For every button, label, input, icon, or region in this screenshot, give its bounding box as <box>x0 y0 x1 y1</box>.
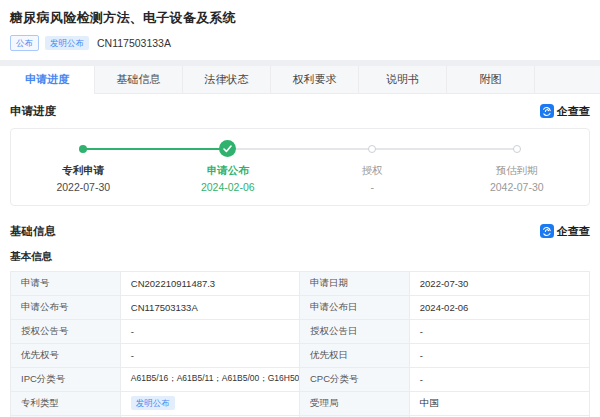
value-badge: 发明公布 <box>131 396 175 410</box>
brand-name: 企查查 <box>557 104 590 119</box>
field-value: - <box>410 368 589 391</box>
step-label: 申请公布 <box>207 164 249 178</box>
tab-6[interactable]: 附图 <box>447 66 535 94</box>
timeline-step: 预估到期2042-07-30 <box>445 139 590 193</box>
field-label: 优先权日 <box>300 344 410 367</box>
table-row: 申请公布号CN117503133A申请公布日2024-02-06 <box>11 296 589 320</box>
field-label: 申请号 <box>11 272 121 295</box>
tab-5[interactable]: 说明书 <box>359 66 447 94</box>
step-date: - <box>371 181 375 193</box>
table-row: 申请号CN202210911487.3申请日期2022-07-30 <box>11 272 589 296</box>
step-label: 预估到期 <box>496 164 538 178</box>
step-date: 2042-07-30 <box>490 181 544 193</box>
field-label: CPC分类号 <box>300 368 410 391</box>
brand-name: 企查查 <box>557 224 590 239</box>
field-value: - <box>121 320 300 343</box>
tab-2[interactable]: 基础信息 <box>95 66 183 94</box>
table-row: 授权公告号-授权公告日- <box>11 320 589 344</box>
field-value: 2024-02-06 <box>410 296 589 319</box>
basic-info-subheading: 基本信息 <box>0 246 600 271</box>
field-value: 中国 <box>410 392 589 415</box>
patent-number: CN117503133A <box>97 37 171 49</box>
status-badge: 公布 <box>10 35 39 51</box>
done-dot-icon <box>79 145 87 153</box>
field-value: - <box>121 344 300 367</box>
progress-section-title: 申请进度 <box>10 104 56 119</box>
check-circle-icon <box>219 140 236 157</box>
tab-4[interactable]: 权利要求 <box>271 66 359 94</box>
field-value: CN117503133A <box>121 296 300 319</box>
tab-3[interactable]: 法律状态 <box>183 66 271 94</box>
timeline-step: 专利申请2022-07-30 <box>11 139 156 193</box>
field-label: IPC分类号 <box>11 368 121 391</box>
step-date: 2022-07-30 <box>56 181 110 193</box>
brand-logo: 企查查 <box>540 224 590 239</box>
field-label: 授权公告日 <box>300 320 410 343</box>
field-value: - <box>410 320 589 343</box>
table-row: IPC分类号A61B5/16；A61B5/11；A61B5/00；G16H50/… <box>11 368 589 392</box>
progress-timeline: 专利申请2022-07-30申请公布2024-02-06授权-预估到期2042-… <box>10 128 590 206</box>
patent-type-badge: 发明公布 <box>45 36 89 50</box>
basic-info-table: 申请号CN202210911487.3申请日期2022-07-30申请公布号CN… <box>10 271 590 417</box>
step-label: 专利申请 <box>62 164 104 178</box>
progress-section-header: 申请进度 企查查 <box>0 94 600 126</box>
main-content: 申请进度 企查查 专利申请2022-07-30申请公布2024-02-06授权-… <box>0 94 600 417</box>
basic-section-header: 基础信息 企查查 <box>0 212 600 246</box>
page-title: 糖尿病风险检测方法、电子设备及系统 <box>10 9 590 27</box>
tab-1[interactable]: 申请进度 <box>0 66 95 94</box>
fingerprint-icon <box>540 224 554 238</box>
header-tags-row: 公布 发明公布 CN117503133A <box>10 35 590 51</box>
field-value: A61B5/16；A61B5/11；A61B5/00；G16H50/30 <box>121 368 300 391</box>
field-label: 优先权号 <box>11 344 121 367</box>
pending-dot-icon <box>368 145 376 153</box>
field-label: 申请公布号 <box>11 296 121 319</box>
timeline-node <box>445 139 590 159</box>
step-date: 2024-02-06 <box>201 181 255 193</box>
basic-section-title: 基础信息 <box>10 224 56 239</box>
pending-dot-icon <box>513 145 521 153</box>
timeline-steps: 专利申请2022-07-30申请公布2024-02-06授权-预估到期2042-… <box>11 139 589 193</box>
brand-logo: 企查查 <box>540 104 590 119</box>
field-label: 授权公告号 <box>11 320 121 343</box>
field-value: - <box>410 344 589 367</box>
timeline-node <box>11 139 156 159</box>
field-label: 申请公布日 <box>300 296 410 319</box>
fingerprint-icon <box>540 104 554 118</box>
tab-bar-filler <box>535 66 600 94</box>
table-row: 优先权号-优先权日- <box>11 344 589 368</box>
table-row: 专利类型发明公布受理局中国 <box>11 392 589 416</box>
timeline-node <box>300 139 445 159</box>
field-label: 受理局 <box>300 392 410 415</box>
field-value: CN202210911487.3 <box>121 272 300 295</box>
field-label: 专利类型 <box>11 392 121 415</box>
field-value: 发明公布 <box>121 392 300 415</box>
tab-bar: 申请进度基础信息法律状态权利要求说明书附图 <box>0 66 600 94</box>
step-label: 授权 <box>362 164 383 178</box>
patent-header: 糖尿病风险检测方法、电子设备及系统 公布 发明公布 CN117503133A <box>0 0 600 60</box>
timeline-node <box>156 139 301 159</box>
timeline-step: 申请公布2024-02-06 <box>156 139 301 193</box>
field-label: 申请日期 <box>300 272 410 295</box>
timeline-step: 授权- <box>300 139 445 193</box>
field-value: 2022-07-30 <box>410 272 589 295</box>
